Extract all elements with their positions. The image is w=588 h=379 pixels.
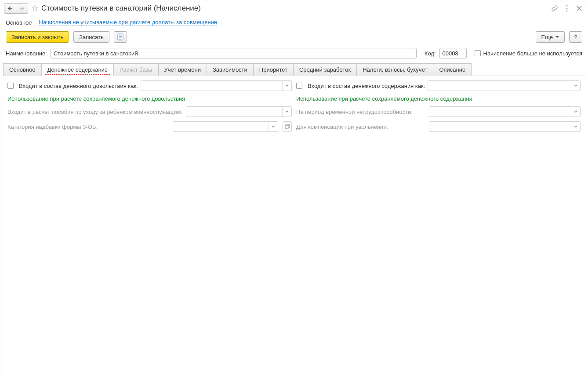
app-window: Стоимость путевки в санаторий (Начислени… xyxy=(1,1,587,377)
chevron-down-icon[interactable] xyxy=(571,107,580,117)
page-title: Стоимость путевки в санаторий (Начислени… xyxy=(41,4,201,13)
save-and-close-button[interactable]: Записать и закрыть xyxy=(6,31,69,43)
right-row2-label: Для компенсации при увольнении: xyxy=(296,124,426,130)
left-row-1: Входит в расчет пособия по уходу за ребе… xyxy=(7,106,292,117)
right-row1-label: На период временной нетрудоспособности: xyxy=(296,109,426,115)
code-label: Код: xyxy=(425,50,436,57)
chevron-down-icon[interactable] xyxy=(269,122,278,131)
secondary-nav: Основное Начисления не учитываемые при р… xyxy=(1,15,587,29)
svg-point-2 xyxy=(566,11,568,12)
left-row2-combo[interactable] xyxy=(173,121,278,132)
open-reference-button[interactable] xyxy=(283,121,292,132)
tabs-container: Основное Денежное содержание Расчет базы… xyxy=(1,63,587,141)
favorite-star-icon[interactable] xyxy=(31,4,40,13)
tab-description[interactable]: Описание xyxy=(433,63,472,76)
right-heading: Использование при расчете сохраняемого д… xyxy=(296,95,581,102)
right-row2-combo[interactable] xyxy=(429,121,581,132)
right-include-checkbox[interactable] xyxy=(296,83,302,89)
svg-point-1 xyxy=(566,8,568,9)
tab-money-content[interactable]: Денежное содержание xyxy=(41,63,114,76)
document-icon xyxy=(117,33,123,40)
right-row-1: На период временной нетрудоспособности: xyxy=(296,106,581,117)
left-row1-combo[interactable] xyxy=(186,106,292,117)
left-include-label: Входит в состав денежного довольствия ка… xyxy=(19,83,138,89)
right-include-label: Входит в состав денежного содержания как… xyxy=(308,83,425,89)
left-include-combo[interactable] xyxy=(141,80,292,91)
secnav-link[interactable]: Начисления не учитываемые при расчете до… xyxy=(39,19,218,26)
left-row1-label: Входит в расчет пособия по уходу за ребе… xyxy=(7,109,183,115)
arrow-right-icon xyxy=(19,6,25,11)
report-button[interactable] xyxy=(114,31,127,43)
tab-taxes[interactable]: Налоги, взносы, бухучет xyxy=(356,63,433,76)
left-heading: Использование при расчете сохраняемого д… xyxy=(7,95,292,102)
kebab-menu-icon[interactable] xyxy=(562,4,572,13)
tab-priority[interactable]: Приоритет xyxy=(253,63,294,76)
right-include-combo[interactable] xyxy=(428,80,581,91)
header-fields-row: Наименование: Код: Начисление больше не … xyxy=(1,47,587,63)
right-row1-combo[interactable] xyxy=(429,106,581,117)
tab-strip: Основное Денежное содержание Расчет базы… xyxy=(3,63,585,76)
close-icon[interactable] xyxy=(574,4,584,13)
tab-time-tracking[interactable]: Учет времени xyxy=(158,63,207,76)
left-row2-label: Категория надбавки формы 3-ОБ: xyxy=(7,124,170,130)
left-column: Входит в состав денежного довольствия ка… xyxy=(7,80,292,136)
tab-money-content-label: Денежное содержание xyxy=(47,66,108,73)
tab-main[interactable]: Основное xyxy=(3,63,42,76)
link-icon[interactable] xyxy=(550,4,559,13)
left-include-checkbox[interactable] xyxy=(7,83,14,89)
name-label: Наименование: xyxy=(6,50,47,57)
save-button[interactable]: Записать xyxy=(73,31,109,43)
chevron-down-icon[interactable] xyxy=(282,81,291,91)
right-column: Входит в состав денежного содержания как… xyxy=(296,80,581,136)
help-button[interactable]: ? xyxy=(569,31,582,43)
tab-dependencies[interactable]: Зависимости xyxy=(207,63,254,76)
chevron-down-icon[interactable] xyxy=(282,107,291,117)
not-used-checkbox[interactable] xyxy=(475,50,481,56)
external-icon xyxy=(285,124,290,129)
tab-base-calc[interactable]: Расчет базы xyxy=(113,63,159,76)
not-used-label: Начисление больше не используется xyxy=(483,50,582,57)
right-row-2: Для компенсации при увольнении: xyxy=(296,121,581,132)
nav-forward-button[interactable] xyxy=(16,4,28,13)
arrow-left-icon xyxy=(7,6,13,11)
svg-point-0 xyxy=(566,5,568,7)
titlebar: Стоимость путевки в санаторий (Начислени… xyxy=(1,1,587,15)
error-underline-icon xyxy=(45,74,110,75)
left-row-2: Категория надбавки формы 3-ОБ: xyxy=(7,121,292,132)
chevron-down-icon[interactable] xyxy=(571,122,580,131)
right-check-row: Входит в состав денежного содержания как… xyxy=(296,80,581,91)
nav-buttons xyxy=(4,3,28,14)
nav-back-button[interactable] xyxy=(4,4,16,13)
tab-panel: Входит в состав денежного довольствия ка… xyxy=(3,76,585,141)
chevron-down-icon[interactable] xyxy=(571,81,580,91)
tab-avg-earnings[interactable]: Средний заработок xyxy=(293,63,357,76)
secnav-main[interactable]: Основное xyxy=(6,19,32,26)
left-check-row: Входит в состав денежного довольствия ка… xyxy=(7,80,292,91)
more-button[interactable]: Еще xyxy=(536,31,565,43)
svg-rect-8 xyxy=(285,125,288,128)
code-input[interactable] xyxy=(439,48,467,58)
toolbar: Записать и закрыть Записать Еще ? xyxy=(1,29,587,47)
name-input[interactable] xyxy=(51,48,417,58)
